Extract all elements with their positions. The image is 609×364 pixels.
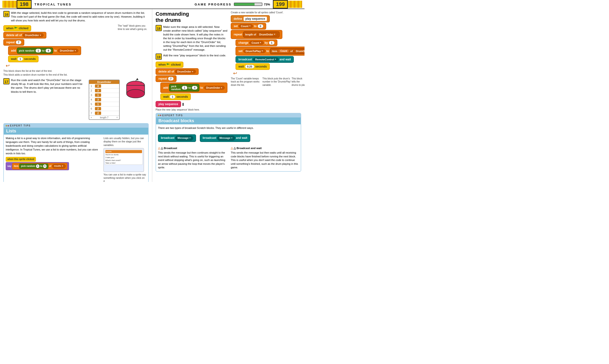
page-title-right: Game Progress (195, 3, 231, 6)
to-label: to (40, 165, 42, 168)
triangle-right: △ (231, 147, 234, 150)
s19-wait-1: wait 1 seconds (160, 93, 191, 100)
drum-order-length-dd[interactable]: DrumOrder (257, 33, 278, 36)
s19-drum-order-dd2[interactable]: DrumOrder (204, 86, 225, 90)
repeat-length-block: repeat length of DrumOrder (231, 30, 282, 39)
step-19-row: 19 Add the new "play sequence" block to … (156, 53, 227, 60)
wait2-label: wait (238, 65, 244, 68)
when-sprite-clicked-block: when this sprite clicked (6, 157, 36, 162)
count-val-oval: Count (278, 49, 289, 53)
drum-row-val: 1 (95, 93, 101, 97)
drum-row-4: 4 3 (89, 97, 119, 102)
wait-025-val: 0.25 (245, 65, 254, 68)
drum-row-num: 4 (91, 98, 95, 101)
set-to-label: to (254, 25, 256, 28)
s19-delete-all-of: delete all of DrumOrder (156, 68, 199, 75)
message-dd2[interactable]: Message (217, 136, 235, 141)
define-block: define play sequence (231, 15, 270, 22)
s19-when-flag-clicked: when clicked (156, 62, 184, 68)
drum-row-6: 6 2 (89, 106, 119, 111)
change-label: change (238, 41, 248, 44)
s19-repeat-label: repeat (159, 77, 167, 80)
s19-drum-order-dd[interactable]: DrumOrder (175, 70, 196, 74)
drum-row-val: 2 (95, 112, 101, 115)
when-flag-clicked: when clicked (3, 25, 31, 31)
item-count-block: item Count of DrumOrder (270, 48, 304, 54)
expert-dots2 (158, 115, 161, 116)
broadcast-text: This sends the message but then continue… (158, 151, 226, 169)
svg-text:♪: ♪ (140, 80, 142, 84)
pick-from: 1 (35, 49, 41, 52)
expert-tips-content: Making a list is a great way to store in… (4, 135, 148, 182)
s19-delete-all: delete all of DrumOrder (156, 68, 227, 75)
s19-wait-val: 1 (170, 95, 175, 99)
drumtoplay-dd[interactable]: DrumToPlay (244, 49, 265, 53)
drum-row-val: 2 (95, 107, 101, 110)
seconds2-label: seconds (255, 65, 267, 68)
right-blocks-area: Create a new variable for all sprites ca… (231, 11, 304, 87)
expert-tips-header: Expert Tips (4, 124, 148, 128)
wait-label: wait (11, 57, 16, 61)
triangle-left: △ (158, 147, 161, 150)
broadcast-wait-example-block: broadcast Message and wait (200, 134, 250, 142)
progress-bar-outer (234, 3, 262, 6)
s19-wait-label: wait (163, 95, 169, 98)
step-17-text: Run the code and watch the "DrumOrder" l… (11, 78, 86, 93)
define-row: define play sequence (231, 15, 304, 22)
set-drumtoplay-row: set DrumToPlay to item Count of DrumOrde… (236, 47, 304, 56)
s19-add-label: add (163, 86, 168, 89)
define-play-sequence-blocks: define play sequence set Count to 0 (231, 15, 304, 76)
left-column: 16 With the stage selected, build this t… (0, 9, 152, 182)
s19-play-seq-label: play sequence (159, 103, 178, 106)
to-label: to (42, 49, 44, 52)
message-dd[interactable]: Message (175, 136, 193, 141)
add-block: add pick random 1 to 4 to DrumOrder (8, 46, 114, 55)
remote-control-dd[interactable]: RemoteControl (253, 58, 278, 61)
repeat-value: 7 (16, 40, 21, 44)
pixel-deco-left (2, 1, 17, 8)
insults-list-header: Insults (106, 150, 142, 153)
drum-row-num: 5 (91, 103, 95, 105)
s19-when-clicked: when clicked (156, 62, 227, 68)
pick-random-block: pick random 1 to 4 (17, 48, 53, 54)
drum-row-num: 2 (91, 89, 95, 92)
step-18-text: Make sure the stage area is still select… (163, 25, 227, 52)
drum-row-3: 3 1 (89, 93, 119, 97)
footer-label: length 7 (100, 116, 108, 119)
s19-when-label: when (159, 63, 166, 66)
set-count-row: set Count to 0 (231, 23, 304, 29)
page-header: 198 Tropical Tunes Game Progress 73% 199 (0, 0, 304, 9)
loop-arrow2: ↩ (233, 70, 304, 76)
repeat-label2: repeat (234, 33, 242, 36)
s19-delete-label: delete all of (159, 70, 174, 73)
insults-dropdown[interactable]: Insults (52, 164, 66, 168)
drum-order-dropdown[interactable]: DrumOrder (23, 33, 43, 37)
dot-yellow2 (158, 115, 159, 116)
drum-order-dropdown2[interactable]: DrumOrder (58, 49, 79, 52)
delete-label: delete all of (6, 34, 22, 37)
expert-tips-label: Expert Tips (10, 124, 31, 127)
callout1: This block clears the list at the start … (3, 69, 114, 73)
broadcast-rc-block: broadcast RemoteControl and wait (236, 56, 294, 63)
bottom-scratch-block: when this sprite clicked say item pick r… (6, 157, 101, 170)
s19-wait: wait 1 seconds (160, 93, 227, 100)
drum-order-item-dd[interactable]: DrumOrder (294, 49, 304, 53)
pick-to: 4 (45, 49, 51, 52)
s19-to-val: 4 (192, 86, 198, 90)
count-by-dropdown[interactable]: Count (249, 41, 264, 45)
broadcast-rc-row: broadcast RemoteControl and wait (236, 56, 304, 63)
play-sequence-label: play sequence (244, 17, 267, 21)
page-number-right: 199 (273, 0, 288, 9)
drum-row-val: 4 (95, 84, 101, 88)
expert-tips-broadcast-content: There are two types of broadcast Scratch… (156, 124, 301, 171)
lists-callout2: You can use a list to make a sprite say … (104, 173, 146, 182)
pick-random-label: pick random (19, 49, 34, 52)
progress-bar-container: 73% (234, 3, 270, 6)
step-17-number: 17 (3, 78, 10, 84)
step16-scratch-blocks: when clicked delete all of DrumOrder (3, 25, 114, 68)
set2-label: set (238, 50, 242, 53)
step-19-number: 19 (156, 53, 162, 60)
drum-row-7: 7 2 (89, 111, 119, 116)
count-dropdown[interactable]: Count (239, 24, 253, 28)
to-label2: to (54, 49, 57, 52)
